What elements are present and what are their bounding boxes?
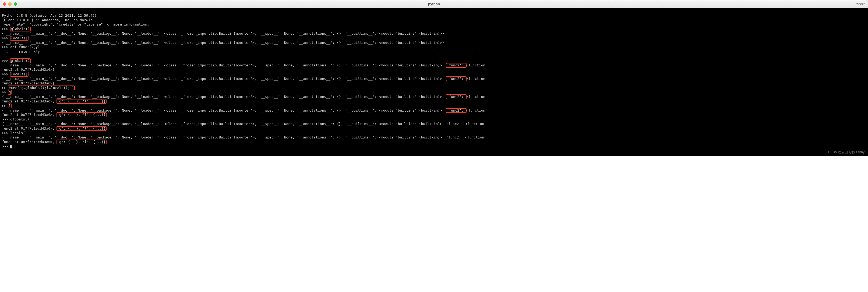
banner-line: [Clang 10.0.0 ] :: Anaconda, Inc. on dar… [2,18,93,22]
prompt: >>> [2,45,10,49]
input-globals: globals() [10,58,30,63]
prompt: >>> [2,27,10,31]
minimize-icon[interactable] [8,2,11,6]
input-locals: locals() [10,36,29,41]
output-func2-key: 'func2': [446,94,466,99]
output-line: {'__name__': '__main__', '__doc__': None… [2,135,486,139]
output-line: <function [466,95,487,99]
traffic-lights [3,2,17,6]
output-gl-dict: 'g': {...}, 'l': {...}} [57,112,106,117]
window-shortcut: ⌥⌘2 [856,2,865,6]
banner-line: Python 3.8.8 (default, Apr 13 2021, 12:5… [2,13,99,18]
prompt2: >> [2,86,8,90]
maximize-icon[interactable] [14,2,17,6]
prompt: >>> [2,131,10,135]
output-line: func2 at 0x7f7c1ecd43a0>, [2,113,57,117]
watermark: CSDN @云山飞书(Kenny) [828,150,866,155]
prompt-cont: ... [2,50,10,54]
output-line: <function [466,77,487,81]
output-line: {'__name__': '__main__', '__doc__': None… [2,77,446,81]
output-line: {'__name__': '__main__', '__doc__': None… [2,31,444,35]
output-func2-key: 'func2': [446,63,466,68]
input-body: return x*y [10,50,40,54]
prompt: >>> [2,144,10,149]
output-line: func2 at 0x7f7c1ecd43a0>, [2,126,57,130]
output-line: func2 at 0x7f7c1ecd43a0>, [2,140,57,144]
prompt2: >> [2,104,8,108]
input-locals-plain: locals() [10,131,27,135]
input-g: g [8,90,11,95]
input-def: def func2(x,y): [10,45,42,49]
output-line: {'__name__': '__main__', '__doc__': None… [2,41,444,45]
output-gl-dict: 'g': {...}, 'l': {...}} [57,126,106,131]
prompt: >>> [2,72,10,76]
input-l: l [8,103,11,108]
terminal-window: python ⌥⌘2 Python 3.8.8 (default, Apr 13… [0,0,868,156]
prompt: >>> [2,36,10,40]
output-line: {'__name__': '__main__', '__doc__': None… [2,63,446,67]
output-line: func2 at 0x7f7c1ecd43a0>} [2,81,55,85]
input-exec: exec('g=globals();l=locals();') [8,86,75,90]
input-globals-plain: globals() [10,117,29,121]
output-line: func2 at 0x7f7c1ecd43a0>} [2,67,55,71]
output-line: {'__name__': '__main__', '__doc__': None… [2,108,446,112]
prompt2: >> [2,90,8,94]
output-line: <function [466,108,487,112]
window-title: python [428,2,440,6]
prompt-cont: ... [2,54,10,58]
output-line: func2 at 0x7f7c1ecd43a0>, [2,99,57,103]
terminal-body[interactable]: Python 3.8.8 (default, Apr 13 2021, 12:5… [0,8,868,156]
output-line: {'__name__': '__main__', '__doc__': None… [2,95,446,99]
output-gl-dict: 'g': {...}, 'l': {...}} [57,139,106,144]
titlebar[interactable]: python ⌥⌘2 [0,0,868,8]
output-line: <function [466,63,487,67]
output-func2-key: 'func2': [446,108,466,113]
close-icon[interactable] [3,2,6,6]
prompt: >>> [2,59,10,63]
output-line: {'__name__': '__main__', '__doc__': None… [2,122,486,126]
banner-line: Type "help", "copyright", "credits" or "… [2,22,149,26]
input-globals: globals() [10,27,30,31]
input-locals: locals() [10,72,29,77]
output-func2-key: 'func2': [446,76,466,81]
output-gl-dict: 'g': {...}, 'l': {...}} [57,99,106,104]
prompt: >>> [2,117,10,121]
cursor-icon [10,145,12,149]
